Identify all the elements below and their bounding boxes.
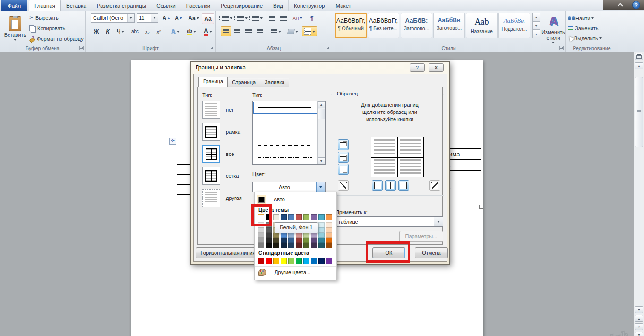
sample-inside-horizontal-button[interactable] xyxy=(338,152,349,163)
change-styles-button[interactable]: А Изменить стили xyxy=(542,13,565,44)
color-swatch[interactable] xyxy=(281,243,287,248)
dialog-tab-page[interactable]: Страница xyxy=(227,78,260,87)
font-color-button[interactable]: А xyxy=(201,26,215,36)
style-card-heading2[interactable]: АаБбВв Заголово... xyxy=(433,13,465,38)
format-painter-button[interactable]: Формат по образцу xyxy=(29,34,84,43)
cut-button[interactable]: ✂ Вырезать xyxy=(29,13,59,23)
style-card-subtitle[interactable]: АаБбВв. Подзагол... xyxy=(498,13,530,38)
ruler-toggle-button[interactable] xyxy=(635,53,643,60)
color-swatch[interactable] xyxy=(296,258,302,264)
horizontal-line-button[interactable]: Горизонтальная линия xyxy=(196,247,260,258)
scroll-down-icon[interactable]: ▼ xyxy=(318,157,325,164)
tab-review[interactable]: Рецензирование xyxy=(215,0,268,11)
sort-button[interactable]: АЯ xyxy=(292,13,304,23)
border-setting-custom[interactable]: другая xyxy=(202,189,249,209)
italic-button[interactable]: К xyxy=(103,26,113,36)
subscript-button[interactable]: x₂ xyxy=(142,26,153,36)
sample-bottom-border-button[interactable] xyxy=(338,164,349,175)
color-swatch[interactable] xyxy=(326,233,332,238)
table-move-handle[interactable]: ✛ xyxy=(169,138,176,145)
dialog-tab-border[interactable]: Граница xyxy=(198,77,228,87)
color-auto-item[interactable]: Авто xyxy=(255,194,336,205)
strikethrough-button[interactable]: abc xyxy=(129,26,141,36)
color-swatch[interactable] xyxy=(326,227,332,233)
chevron-down-icon[interactable] xyxy=(151,14,158,22)
color-swatch[interactable] xyxy=(266,227,272,233)
borders-button[interactable] xyxy=(302,26,317,36)
paste-button[interactable]: Вставить xyxy=(4,13,26,44)
line-list-scrollbar[interactable]: ▲ ▼ xyxy=(317,101,325,164)
line-style-dotted[interactable] xyxy=(253,114,325,127)
sample-diagonal-down-button[interactable] xyxy=(429,180,440,191)
clipboard-dialog-launcher-icon[interactable] xyxy=(79,46,84,50)
color-swatch[interactable] xyxy=(318,222,325,227)
color-swatch[interactable] xyxy=(281,258,287,264)
color-swatch[interactable] xyxy=(296,238,302,243)
copy-button[interactable]: Копировать xyxy=(29,23,65,33)
styles-scroll-down[interactable]: ▼ xyxy=(532,21,540,30)
tab-page-layout[interactable]: Разметка страницы xyxy=(92,0,151,11)
color-swatch[interactable] xyxy=(318,233,325,238)
color-swatch[interactable] xyxy=(326,243,332,248)
font-size-combo[interactable]: 11 xyxy=(137,13,158,23)
color-swatch[interactable] xyxy=(318,227,325,233)
styles-gallery-more[interactable]: ▼ xyxy=(532,30,540,38)
color-swatch[interactable] xyxy=(281,238,287,243)
numbering-button[interactable] xyxy=(236,13,249,23)
tab-insert[interactable]: Вставка xyxy=(61,0,92,11)
more-colors-item[interactable]: Другие цвета... xyxy=(255,266,336,278)
border-setting-all[interactable]: все xyxy=(202,145,249,165)
line-style-dashed-small[interactable] xyxy=(253,127,325,139)
color-swatch[interactable] xyxy=(303,258,309,264)
align-left-button[interactable] xyxy=(221,26,231,36)
color-swatch[interactable] xyxy=(311,214,317,220)
scrollbar-thumb[interactable] xyxy=(635,77,643,147)
color-swatch[interactable] xyxy=(303,238,309,243)
superscript-button[interactable]: x² xyxy=(154,26,164,36)
color-swatch[interactable] xyxy=(288,243,294,248)
style-card-heading1[interactable]: АаБбВ: Заголово... xyxy=(401,13,432,38)
dialog-help-button[interactable]: ? xyxy=(410,63,425,72)
previous-page-button[interactable]: ▲ xyxy=(635,315,643,322)
color-swatch[interactable] xyxy=(258,238,264,243)
cancel-button[interactable]: Отмена xyxy=(415,247,448,258)
chevron-down-icon[interactable] xyxy=(434,217,443,226)
dialog-close-button[interactable]: X xyxy=(429,63,444,72)
color-swatch[interactable] xyxy=(326,222,332,227)
color-swatch[interactable] xyxy=(258,233,264,238)
tab-file[interactable]: Файл xyxy=(1,0,27,11)
help-button[interactable]: ? xyxy=(632,1,640,9)
apply-to-combo[interactable]: таблице xyxy=(335,216,443,227)
style-card-no-spacing[interactable]: АаБбВвГг, ¶ Без инте... xyxy=(368,13,399,38)
clear-formatting-button[interactable]: Аа xyxy=(202,13,214,24)
decrease-indent-button[interactable] xyxy=(267,13,277,23)
bold-button[interactable]: Ж xyxy=(91,26,102,36)
color-swatch[interactable] xyxy=(303,214,309,220)
font-dialog-launcher-icon[interactable] xyxy=(210,46,214,50)
color-swatch[interactable] xyxy=(303,243,309,248)
line-style-solid[interactable] xyxy=(253,102,325,114)
style-card-title[interactable]: Aab Название xyxy=(466,13,498,38)
color-swatch[interactable] xyxy=(273,258,279,264)
select-browse-object-button[interactable]: ○ xyxy=(635,323,643,330)
chevron-down-icon[interactable] xyxy=(127,14,134,22)
line-style-list[interactable]: ▲ ▼ xyxy=(252,101,326,165)
bullets-button[interactable] xyxy=(221,13,234,23)
sample-right-border-button[interactable] xyxy=(398,180,409,191)
color-swatch[interactable] xyxy=(273,238,279,243)
style-card-normal[interactable]: АаБбВвГг, ¶ Обычный xyxy=(335,13,367,38)
line-style-dashed[interactable] xyxy=(253,139,325,151)
minimize-ribbon-icon[interactable] xyxy=(618,3,622,7)
show-paragraph-marks-button[interactable]: ¶ xyxy=(307,13,317,23)
color-swatch[interactable] xyxy=(296,214,302,220)
find-button[interactable]: Найти xyxy=(568,13,594,23)
border-setting-grid[interactable]: сетка xyxy=(202,167,249,187)
color-swatch[interactable] xyxy=(288,214,294,220)
paragraph-dialog-launcher-icon[interactable] xyxy=(326,46,330,50)
sample-preview-table[interactable] xyxy=(371,137,424,177)
scroll-up-button[interactable]: ▲ xyxy=(635,62,643,69)
sample-diagonal-up-button[interactable] xyxy=(338,180,349,191)
select-button[interactable]: Выделить xyxy=(568,33,602,43)
tab-table-layout[interactable]: Макет xyxy=(330,0,356,11)
change-case-button[interactable]: Аа xyxy=(187,13,201,23)
